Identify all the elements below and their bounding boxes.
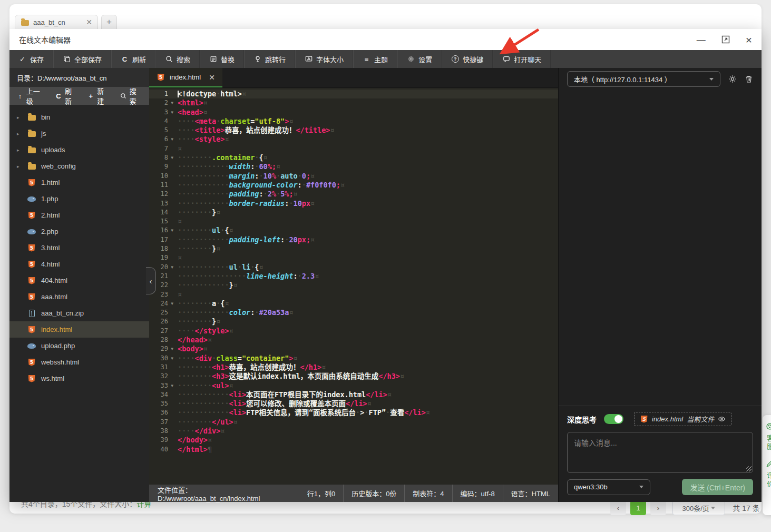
toolbar-button-refresh[interactable]: C刷新 xyxy=(111,50,155,68)
code-line-7: 7¤ xyxy=(149,144,558,153)
line-number[interactable]: 30▼ xyxy=(149,354,174,363)
tree-item-1.html[interactable]: 51.html xyxy=(9,174,149,191)
maximize-icon[interactable] xyxy=(721,35,730,44)
pagination-total: 共 17 条 xyxy=(730,500,762,515)
file-sidebar: 目录：D:/wwwroot/aaa_bt_cn ↑上一级C刷新+新建搜索 ▸bi… xyxy=(9,68,149,502)
file-name: 404.html xyxy=(41,277,67,284)
code-area[interactable]: 1<!doctype·html>¤2▼<html>¤3▼<head>¤4····… xyxy=(149,88,558,485)
page-size-select[interactable]: 300条/页 xyxy=(672,500,725,515)
sidebar-nav-plus[interactable]: +新建 xyxy=(87,86,109,106)
send-button[interactable]: 发送 (Ctrl+Enter) xyxy=(682,479,753,495)
tree-item-web_config[interactable]: ▸web_config xyxy=(9,158,149,174)
line-number[interactable]: 2▼ xyxy=(149,98,174,107)
line-number[interactable]: 33▼ xyxy=(149,381,174,390)
model-select[interactable]: qwen3:30b xyxy=(567,479,650,495)
expand-caret-icon[interactable]: ▸ xyxy=(17,115,22,120)
sidebar-nav: ↑上一级C刷新+新建搜索 xyxy=(9,87,149,105)
toolbar-button-goto[interactable]: 跳转行 xyxy=(244,50,295,68)
code-line-28: 28</head>¤ xyxy=(149,336,558,344)
tree-item-404.html[interactable]: 5404.html xyxy=(9,272,149,289)
line-number: 28 xyxy=(149,336,174,344)
tree-item-js[interactable]: ▸js xyxy=(9,125,149,142)
tree-item-bin[interactable]: ▸bin xyxy=(9,109,149,125)
code-line-40: 40</html>¶ xyxy=(149,445,558,454)
editor-status-bar: 文件位置：D:/wwwroot/aaa_bt_cn/index.html 行1，… xyxy=(149,485,558,502)
line-number[interactable]: 24▼ xyxy=(149,299,174,308)
deep-think-toggle[interactable] xyxy=(604,414,623,424)
sidebar-nav-refresh[interactable]: C刷新 xyxy=(55,86,77,106)
expand-caret-icon[interactable]: ▸ xyxy=(17,131,22,136)
toolbar-button-copy[interactable]: 全部保存 xyxy=(53,50,111,68)
tree-item-ws.html[interactable]: 5ws.html xyxy=(9,370,149,387)
toolbar-button-replace[interactable]: 替换 xyxy=(200,50,244,68)
folder-file-icon xyxy=(27,114,36,121)
status-tab-size: 制表符：4 xyxy=(404,485,452,502)
line-number: 36 xyxy=(149,408,174,417)
code-line-14: 14········}¤ xyxy=(149,208,558,217)
resize-handle[interactable] xyxy=(746,466,752,471)
toolbar-button-settings[interactable]: 设置 xyxy=(397,50,442,68)
tree-item-index.html[interactable]: 5index.html xyxy=(9,321,149,338)
file-name: 3.html xyxy=(41,244,60,252)
tree-item-2.html[interactable]: 52.html xyxy=(9,207,149,223)
expand-caret-icon[interactable]: ▸ xyxy=(17,147,22,153)
sidebar-nav-up[interactable]: ↑上一级 xyxy=(17,86,45,106)
line-number: 4 xyxy=(149,117,174,126)
line-number[interactable]: 29▼ xyxy=(149,344,174,353)
tree-item-3.html[interactable]: 53.html xyxy=(9,240,149,256)
minimize-icon[interactable]: — xyxy=(697,35,706,44)
close-icon[interactable]: × xyxy=(746,34,752,45)
new-tab-button[interactable]: + xyxy=(101,15,117,29)
gear-icon[interactable] xyxy=(728,75,737,83)
widget-item-pen[interactable]: 评价 xyxy=(765,460,771,489)
close-icon[interactable]: ✕ xyxy=(86,18,92,26)
editor-tab-index-html[interactable]: 5 index.html ✕ xyxy=(149,68,222,87)
tree-item-aaa.html[interactable]: 5aaa.html xyxy=(9,289,149,305)
tree-item-aaa_bt_cn.zip[interactable]: aaa_bt_cn.zip xyxy=(9,305,149,321)
tree-item-1.php[interactable]: 1.php xyxy=(9,191,149,207)
context-file-tag: 当前文件 xyxy=(687,414,714,424)
line-number[interactable]: 8▼ xyxy=(149,153,174,162)
server-select[interactable]: 本地（ http://127.0.0.1:11434 ） xyxy=(567,71,720,87)
line-number[interactable]: 16▼ xyxy=(149,226,174,235)
toolbar-button-search[interactable]: 搜索 xyxy=(155,50,200,68)
line-number[interactable]: 6▼ xyxy=(149,135,174,144)
tree-item-upload.php[interactable]: upload.php xyxy=(9,338,149,354)
status-language: 语言：HTML xyxy=(503,485,558,502)
pagination-next-button[interactable]: › xyxy=(650,500,666,515)
expand-caret-icon[interactable]: ▸ xyxy=(17,164,22,169)
line-number: 7 xyxy=(149,144,174,153)
sidebar-nav-search[interactable]: 搜索 xyxy=(120,86,142,106)
toolbar-button-theme[interactable]: ≡主题 xyxy=(353,50,397,68)
message-input[interactable]: 请输入消息... xyxy=(567,432,753,473)
html-file-icon: 5 xyxy=(27,277,36,284)
tree-item-uploads[interactable]: ▸uploads xyxy=(9,142,149,158)
line-number: 34 xyxy=(149,390,174,399)
toolbar-button-fontsize[interactable]: 字体大小 xyxy=(295,50,353,68)
file-name: webssh.html xyxy=(41,358,79,366)
widget-item-service[interactable]: 客服 xyxy=(765,422,771,451)
tree-item-2.php[interactable]: 2.php xyxy=(9,223,149,240)
trash-icon[interactable] xyxy=(745,75,753,83)
check-icon: ✓ xyxy=(18,55,26,63)
html-file-icon: 5 xyxy=(27,326,36,333)
line-number: 1 xyxy=(149,90,174,98)
sidebar-collapse-handle[interactable]: ‹ xyxy=(146,267,156,294)
tree-item-webssh.html[interactable]: 5webssh.html xyxy=(9,354,149,370)
code-line-26: 26········}¤ xyxy=(149,317,558,326)
line-number: 37 xyxy=(149,418,174,427)
pen-icon xyxy=(766,460,771,470)
toolbar-button-hotkey[interactable]: ?快捷键 xyxy=(442,50,493,68)
line-number: 18 xyxy=(149,244,174,253)
folder-file-icon xyxy=(27,163,36,170)
tree-item-4.html[interactable]: 54.html xyxy=(9,256,149,272)
close-icon[interactable]: ✕ xyxy=(209,73,215,82)
eye-icon[interactable] xyxy=(718,415,726,423)
toolbar-button-check[interactable]: ✓保存 xyxy=(9,50,53,68)
browser-tab-aaa-bt-cn[interactable]: aaa_bt_cn ✕ xyxy=(15,15,98,29)
line-number[interactable]: 3▼ xyxy=(149,108,174,117)
line-number: 10 xyxy=(149,172,174,181)
pagination-page-button[interactable]: 1 xyxy=(630,500,646,515)
pagination-prev-button[interactable]: ‹ xyxy=(610,500,626,515)
line-number: 39 xyxy=(149,436,174,445)
